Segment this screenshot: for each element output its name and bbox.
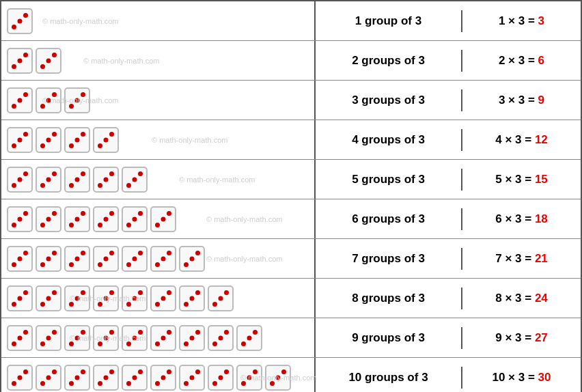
dot xyxy=(23,13,28,18)
dot xyxy=(138,330,143,335)
dot xyxy=(81,330,85,335)
dot xyxy=(40,104,45,109)
dot xyxy=(23,290,28,295)
table-row: © math-only-math.com9 groups of 39 × 3 =… xyxy=(1,318,581,358)
table-row: © math-only-math.com10 groups of 310 × 3… xyxy=(1,358,581,392)
dot xyxy=(46,58,51,63)
dot xyxy=(224,330,229,335)
dot xyxy=(184,341,189,346)
dot xyxy=(75,98,80,102)
result-value: 3 xyxy=(538,14,544,27)
dice-column: © math-only-math.com xyxy=(1,160,316,199)
dot xyxy=(46,216,51,221)
die xyxy=(7,87,33,113)
die xyxy=(36,206,61,232)
dice-column: © math-only-math.com xyxy=(1,279,316,318)
dot xyxy=(40,183,45,188)
dot xyxy=(52,290,57,295)
die xyxy=(93,167,119,193)
dot xyxy=(195,330,200,335)
dot xyxy=(104,256,109,261)
dot xyxy=(104,296,109,300)
die xyxy=(7,365,33,391)
dot xyxy=(241,381,246,386)
dot xyxy=(75,296,80,300)
dot xyxy=(167,211,171,216)
die xyxy=(208,285,234,311)
die xyxy=(36,167,61,193)
die xyxy=(36,127,61,153)
formula-column: 7 × 3 = 21 xyxy=(462,248,581,270)
dot xyxy=(81,171,85,176)
dot xyxy=(81,132,85,137)
watermark: © math-only-math.com xyxy=(206,215,282,223)
die xyxy=(150,365,176,391)
die xyxy=(64,87,90,113)
description-column: 3 groups of 3 xyxy=(316,89,462,111)
formula-column: 4 × 3 = 12 xyxy=(462,129,581,151)
dot xyxy=(75,335,80,340)
dot xyxy=(161,375,166,380)
dot xyxy=(195,290,200,295)
dot xyxy=(81,290,85,295)
dice-column: © math-only-math.com xyxy=(1,318,316,357)
die xyxy=(122,167,148,193)
dot xyxy=(98,183,102,188)
dot xyxy=(81,211,85,216)
dot xyxy=(46,256,51,261)
die xyxy=(93,365,119,391)
dot xyxy=(52,369,57,374)
dot xyxy=(23,211,28,216)
die xyxy=(64,285,90,311)
dot xyxy=(69,223,74,227)
dot xyxy=(98,143,102,148)
dot xyxy=(126,262,131,267)
dice-column: © math-only-math.com xyxy=(1,358,316,392)
dot xyxy=(133,256,137,261)
dot xyxy=(167,369,171,374)
die xyxy=(236,325,262,351)
dot xyxy=(219,375,223,380)
dot xyxy=(253,330,258,335)
die xyxy=(64,206,90,232)
dot xyxy=(40,302,45,307)
die xyxy=(64,246,90,272)
dot xyxy=(167,251,171,255)
table-row: © math-only-math.com2 groups of 32 × 3 =… xyxy=(1,41,581,81)
die xyxy=(36,325,61,351)
dot xyxy=(161,335,166,340)
die xyxy=(64,365,90,391)
dot xyxy=(69,302,74,307)
dot xyxy=(18,58,23,63)
table-row: © math-only-math.com4 groups of 34 × 3 =… xyxy=(1,120,581,160)
die xyxy=(150,325,176,351)
die xyxy=(93,206,119,232)
dot xyxy=(23,92,28,97)
dot xyxy=(219,296,223,300)
dot xyxy=(133,177,137,182)
dot xyxy=(167,290,171,295)
dot xyxy=(81,251,85,255)
dot xyxy=(161,256,166,261)
dot xyxy=(190,375,195,380)
formula-column: 9 × 3 = 27 xyxy=(462,327,581,349)
dot xyxy=(18,98,23,102)
die xyxy=(93,285,119,311)
result-value: 27 xyxy=(535,331,548,344)
dot xyxy=(195,251,200,255)
dot xyxy=(18,177,23,182)
dice-column: © math-only-math.com xyxy=(1,239,316,278)
dot xyxy=(138,171,143,176)
dot xyxy=(98,302,102,307)
watermark: © math-only-math.com xyxy=(83,57,159,65)
dot xyxy=(52,53,57,57)
dot xyxy=(190,256,195,261)
dot xyxy=(12,341,16,346)
dot xyxy=(161,296,166,300)
watermark: © math-only-math.com xyxy=(206,255,282,263)
dot xyxy=(23,171,28,176)
die xyxy=(122,285,148,311)
table-row: © math-only-math.com7 groups of 37 × 3 =… xyxy=(1,239,581,279)
dot xyxy=(247,335,252,340)
dot xyxy=(18,137,23,142)
